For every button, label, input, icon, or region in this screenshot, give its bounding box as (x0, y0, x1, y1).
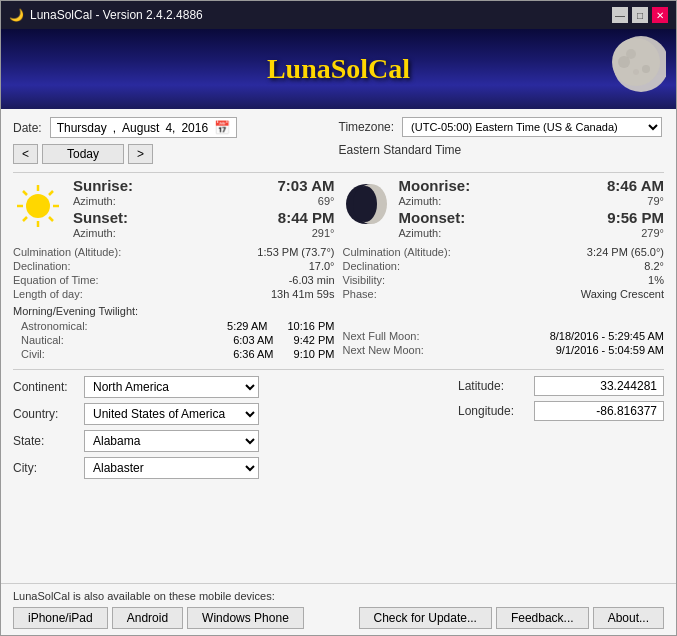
date-box: Thursday , August 4, 2016 📅 (50, 117, 237, 138)
today-button[interactable]: Today (42, 144, 124, 164)
sunrise-az-value: 69° (318, 195, 335, 207)
next-new-value: 9/1/2016 - 5:04:59 AM (556, 344, 664, 356)
content-area: Date: Thursday , August 4, 2016 📅 < Toda… (1, 109, 676, 583)
app-title: LunaSolCal (267, 53, 410, 85)
moon-visibility-row: Visibility: 1% (343, 273, 665, 287)
next-new-label: Next New Moon: (343, 344, 424, 356)
city-row: City: Alabaster (13, 457, 335, 479)
moon-phase-icon (343, 181, 389, 227)
sun-length-row: Length of day: 13h 41m 59s (13, 287, 335, 301)
divider-1 (13, 172, 664, 173)
twilight-title: Morning/Evening Twilight: (13, 305, 335, 317)
iphone-button[interactable]: iPhone/iPad (13, 607, 108, 629)
right-controls: Timezone: (UTC-05:00) Eastern Time (US &… (339, 117, 665, 157)
next-full-label: Next Full Moon: (343, 330, 420, 342)
svg-point-3 (642, 65, 650, 73)
location-section: Continent: North America Country: United… (13, 369, 664, 484)
astronomical-twilight-row: Astronomical: 5:29 AM 10:16 PM (13, 319, 335, 333)
continent-select[interactable]: North America (84, 376, 259, 398)
date-sep1: , (113, 121, 116, 135)
sun-equation-label: Equation of Time: (13, 274, 99, 286)
moon-graphic (576, 34, 666, 104)
moonrise-label: Moonrise: (399, 177, 471, 194)
astronomical-evening: 10:16 PM (287, 320, 334, 332)
calendar-icon[interactable]: 📅 (214, 120, 230, 135)
sun-culmination-label: Culmination (Altitude): (13, 246, 121, 258)
feedback-button[interactable]: Feedback... (496, 607, 589, 629)
astronomical-morning: 5:29 AM (227, 320, 267, 332)
close-button[interactable]: ✕ (652, 7, 668, 23)
sun-culmination-value: 1:53 PM (73.7°) (257, 246, 334, 258)
minimize-button[interactable]: — (612, 7, 628, 23)
city-select[interactable]: Alabaster (84, 457, 259, 479)
latitude-input[interactable] (534, 376, 664, 396)
next-date-button[interactable]: > (128, 144, 153, 164)
moon-rise-set: Moonrise: 8:46 AM Azimuth: 79° Moonset: … (399, 177, 665, 239)
moonset-time: 9:56 PM (607, 209, 664, 226)
moonset-az-row: Azimuth: 279° (399, 227, 665, 239)
continent-row: Continent: North America (13, 376, 335, 398)
sun-length-label: Length of day: (13, 288, 83, 300)
date-day: 4, (165, 121, 175, 135)
sun-equation-value: -6.03 min (289, 274, 335, 286)
timezone-label: Timezone: (339, 120, 395, 134)
moon-declination-label: Declination: (343, 260, 400, 272)
location-left: Continent: North America Country: United… (13, 376, 335, 484)
footer-bottom: iPhone/iPad Android Windows Phone Check … (13, 607, 664, 629)
moon-visibility-value: 1% (648, 274, 664, 286)
sunset-label: Sunset: (73, 209, 128, 226)
nautical-label: Nautical: (21, 334, 101, 346)
maximize-button[interactable]: □ (632, 7, 648, 23)
title-bar-controls: — □ ✕ (612, 7, 668, 23)
svg-line-14 (23, 217, 27, 221)
mobile-text: LunaSolCal is also available on these mo… (13, 590, 664, 602)
longitude-input[interactable] (534, 401, 664, 421)
location-right: Latitude: Longitude: (343, 376, 665, 484)
sunrise-az-label: Azimuth: (73, 195, 116, 207)
moonset-az-value: 279° (641, 227, 664, 239)
action-buttons: Check for Update... Feedback... About... (359, 607, 664, 629)
sun-panel: Sunrise: 7:03 AM Azimuth: 69° Sunset: 8:… (13, 177, 335, 361)
astronomical-label: Astronomical: (21, 320, 101, 332)
nautical-twilight-row: Nautical: 6:03 AM 9:42 PM (13, 333, 335, 347)
svg-point-4 (633, 69, 639, 75)
sun-equation-row: Equation of Time: -6.03 min (13, 273, 335, 287)
city-label: City: (13, 461, 78, 475)
moonset-label: Moonset: (399, 209, 466, 226)
about-button[interactable]: About... (593, 607, 664, 629)
android-button[interactable]: Android (112, 607, 183, 629)
sunset-az-value: 291° (312, 227, 335, 239)
nautical-morning: 6:03 AM (233, 334, 273, 346)
latitude-label: Latitude: (458, 379, 528, 393)
moon-culmination-label: Culmination (Altitude): (343, 246, 451, 258)
moon-declination-row: Declination: 8.2° (343, 259, 665, 273)
nav-row: < Today > (13, 144, 339, 164)
next-full-moon-row: Next Full Moon: 8/18/2016 - 5:29:45 AM (343, 329, 665, 343)
moonrise-az-value: 79° (647, 195, 664, 207)
moon-data-row: Moonrise: 8:46 AM Azimuth: 79° Moonset: … (343, 177, 665, 239)
latitude-row: Latitude: (343, 376, 665, 396)
state-select[interactable]: Alabama (84, 430, 259, 452)
sun-data-row: Sunrise: 7:03 AM Azimuth: 69° Sunset: 8:… (13, 177, 335, 239)
left-controls: Date: Thursday , August 4, 2016 📅 < Toda… (13, 117, 339, 164)
main-data: Sunrise: 7:03 AM Azimuth: 69° Sunset: 8:… (13, 177, 664, 361)
civil-evening: 9:10 PM (294, 348, 335, 360)
prev-date-button[interactable]: < (13, 144, 38, 164)
sun-icon (13, 181, 63, 231)
state-label: State: (13, 434, 78, 448)
check-update-button[interactable]: Check for Update... (359, 607, 492, 629)
country-label: Country: (13, 407, 78, 421)
svg-point-5 (618, 56, 630, 68)
sunset-time: 8:44 PM (278, 209, 335, 226)
moonrise-time: 8:46 AM (607, 177, 664, 194)
timezone-row: Timezone: (UTC-05:00) Eastern Time (US &… (339, 117, 665, 137)
date-year: 2016 (181, 121, 208, 135)
country-row: Country: United States of America (13, 403, 335, 425)
header-banner: LunaSolCal (1, 29, 676, 109)
sun-declination-label: Declination: (13, 260, 70, 272)
sunset-az-label: Azimuth: (73, 227, 116, 239)
timezone-select[interactable]: (UTC-05:00) Eastern Time (US & Canada) (402, 117, 662, 137)
country-select[interactable]: United States of America (84, 403, 259, 425)
nautical-evening: 9:42 PM (294, 334, 335, 346)
windows-phone-button[interactable]: Windows Phone (187, 607, 304, 629)
